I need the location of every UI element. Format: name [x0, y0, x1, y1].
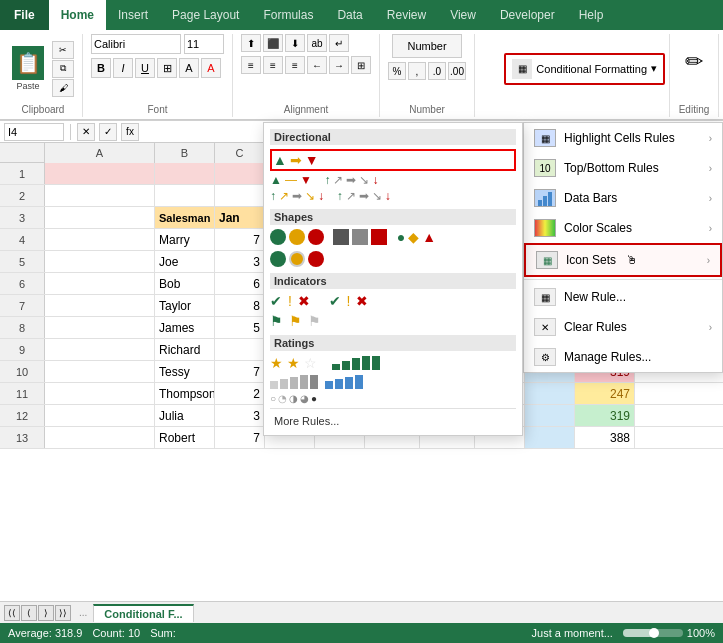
row-num-6[interactable]: 6: [0, 273, 45, 294]
decrease-indent-button[interactable]: ←: [307, 56, 327, 74]
cell-B10[interactable]: Tessy: [155, 361, 215, 382]
cell-A9[interactable]: [45, 339, 155, 360]
indicator-check[interactable]: ✔: [270, 293, 282, 309]
diamond-yellow[interactable]: ◆: [408, 229, 419, 245]
row-num-2[interactable]: 2: [0, 185, 45, 206]
tab-formulas[interactable]: Formulas: [251, 0, 325, 30]
row-num-13[interactable]: 13: [0, 427, 45, 448]
cell-C7[interactable]: 8: [215, 295, 265, 316]
wrap-text-button[interactable]: ↵: [329, 34, 349, 52]
star-empty[interactable]: ☆: [304, 355, 317, 371]
indicator-exclaim-2[interactable]: !: [347, 293, 351, 309]
menu-item-iconsets[interactable]: ▦ Icon Sets 🖱 ›: [524, 243, 722, 277]
cell-A2[interactable]: [45, 185, 155, 206]
check-circle[interactable]: ●: [397, 229, 405, 245]
cell-C2[interactable]: [215, 185, 265, 206]
cell-A5[interactable]: [45, 251, 155, 272]
cell-A6[interactable]: [45, 273, 155, 294]
cell-B7[interactable]: Taylor: [155, 295, 215, 316]
cell-C8[interactable]: 5: [215, 317, 265, 338]
name-box[interactable]: [4, 123, 64, 141]
cancel-button[interactable]: ✕: [77, 123, 95, 141]
conditional-formatting-button[interactable]: ▦ Conditional Formatting ▾: [504, 53, 665, 85]
directional-row-3[interactable]: ↑ ↗ ➡ ↘ ↓ ↑ ↗ ➡ ↘ ↓: [270, 189, 516, 203]
bar-chart-1[interactable]: [332, 356, 392, 370]
cell-A1[interactable]: [45, 163, 155, 184]
indicator-x-2[interactable]: ✖: [356, 293, 368, 309]
indicator-exclaim[interactable]: !: [288, 293, 292, 309]
row-num-4[interactable]: 4: [0, 229, 45, 250]
border-button[interactable]: ⊞: [157, 58, 177, 78]
flag-yellow[interactable]: ⚑: [289, 313, 302, 329]
ratings-bars[interactable]: [270, 375, 370, 389]
row-num-12[interactable]: 12: [0, 405, 45, 426]
decrease-decimal-button[interactable]: .0: [428, 62, 446, 80]
indicator-check-2[interactable]: ✔: [329, 293, 341, 309]
cell-C11[interactable]: 2: [215, 383, 265, 404]
cell-B11[interactable]: Thompson: [155, 383, 215, 404]
cell-B3[interactable]: Salesman: [155, 207, 215, 228]
tab-file[interactable]: File: [0, 0, 49, 30]
star-half[interactable]: ★: [287, 355, 300, 371]
menu-item-colorscales[interactable]: Color Scales ›: [524, 213, 722, 243]
triangle-red[interactable]: ▲: [422, 229, 436, 245]
square-red[interactable]: [371, 229, 387, 245]
align-center-button[interactable]: ≡: [263, 56, 283, 74]
menu-item-new-rule[interactable]: ▦ New Rule...: [524, 282, 722, 312]
tab-insert[interactable]: Insert: [106, 0, 160, 30]
tab-data[interactable]: Data: [325, 0, 374, 30]
pie-quarter[interactable]: ◔: [278, 393, 287, 404]
cell-A4[interactable]: [45, 229, 155, 250]
cell-J12[interactable]: 319: [575, 405, 635, 426]
cell-C4[interactable]: 7: [215, 229, 265, 250]
increase-indent-button[interactable]: →: [329, 56, 349, 74]
align-bottom-button[interactable]: ⬇: [285, 34, 305, 52]
merge-center-button[interactable]: ⊞: [351, 56, 371, 74]
sheet-nav-last[interactable]: ⟩⟩: [55, 605, 71, 621]
cell-A12[interactable]: [45, 405, 155, 426]
circle-empty-yellow[interactable]: [289, 251, 305, 267]
tab-home[interactable]: Home: [49, 0, 106, 30]
tab-review[interactable]: Review: [375, 0, 438, 30]
paste-button[interactable]: 📋 Paste: [12, 46, 44, 91]
square-gray[interactable]: [352, 229, 368, 245]
row-num-9[interactable]: 9: [0, 339, 45, 360]
directional-row-2[interactable]: ▲ — ▼ ↑ ↗ ➡ ↘ ↓: [270, 173, 516, 187]
percent-button[interactable]: %: [388, 62, 406, 80]
menu-item-highlight-cells[interactable]: ▦ Highlight Cells Rules ›: [524, 123, 722, 153]
tab-page-layout[interactable]: Page Layout: [160, 0, 251, 30]
sheet-nav-prev[interactable]: ⟨: [21, 605, 37, 621]
cell-B13[interactable]: Robert: [155, 427, 215, 448]
cell-C13[interactable]: 7: [215, 427, 265, 448]
cut-button[interactable]: ✂: [52, 41, 74, 59]
cell-C6[interactable]: 6: [215, 273, 265, 294]
pie-threequarter[interactable]: ◕: [300, 393, 309, 404]
cell-B1[interactable]: [155, 163, 215, 184]
sheet-nav-first[interactable]: ⟨⟨: [4, 605, 20, 621]
format-painter-button[interactable]: 🖌: [52, 79, 74, 97]
cell-I11[interactable]: [525, 383, 575, 404]
cell-A13[interactable]: [45, 427, 155, 448]
row-num-10[interactable]: 10: [0, 361, 45, 382]
comma-button[interactable]: ,: [408, 62, 426, 80]
cell-C12[interactable]: 3: [215, 405, 265, 426]
row-num-11[interactable]: 11: [0, 383, 45, 404]
cell-J13[interactable]: 388: [575, 427, 635, 448]
sheet-ellipsis[interactable]: ...: [79, 607, 87, 618]
cell-I13[interactable]: [525, 427, 575, 448]
increase-decimal-button[interactable]: .00: [448, 62, 466, 80]
cell-I12[interactable]: [525, 405, 575, 426]
fx-button[interactable]: fx: [121, 123, 139, 141]
italic-button[interactable]: I: [113, 58, 133, 78]
flag-gray[interactable]: ⚑: [308, 313, 321, 329]
align-right-button[interactable]: ≡: [285, 56, 305, 74]
menu-item-manage-rules[interactable]: ⚙ Manage Rules...: [524, 342, 722, 372]
menu-item-databars[interactable]: Data Bars ›: [524, 183, 722, 213]
number-format-button[interactable]: Number: [392, 34, 462, 58]
cell-A3[interactable]: [45, 207, 155, 228]
pie-full[interactable]: ●: [311, 393, 317, 404]
circle-green-2[interactable]: [270, 251, 286, 267]
directional-row-1[interactable]: ▲ ➡ ▼: [270, 149, 516, 171]
confirm-button[interactable]: ✓: [99, 123, 117, 141]
zoom-thumb[interactable]: [649, 628, 659, 638]
